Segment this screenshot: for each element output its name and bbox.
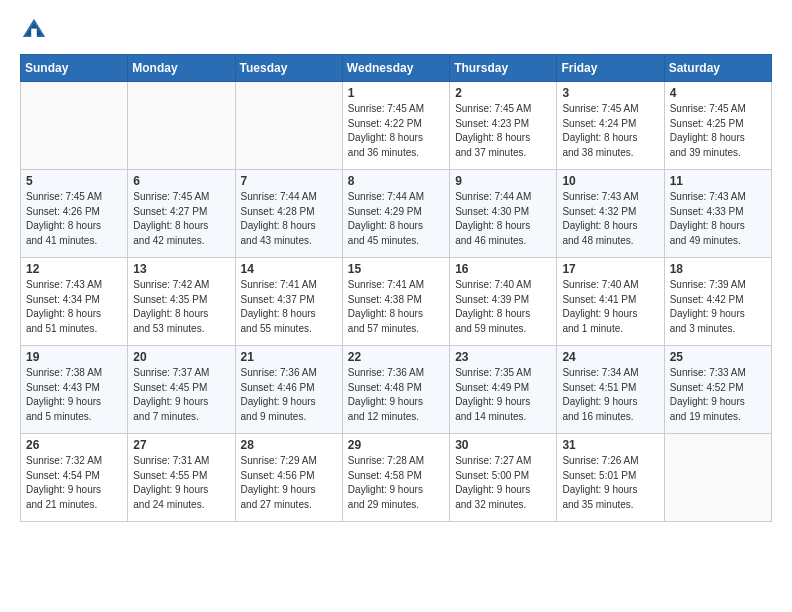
calendar-cell: 24Sunrise: 7:34 AM Sunset: 4:51 PM Dayli… (557, 346, 664, 434)
calendar-cell: 14Sunrise: 7:41 AM Sunset: 4:37 PM Dayli… (235, 258, 342, 346)
day-number: 29 (348, 438, 444, 452)
day-info: Sunrise: 7:36 AM Sunset: 4:48 PM Dayligh… (348, 366, 444, 424)
calendar: SundayMondayTuesdayWednesdayThursdayFrid… (20, 54, 772, 522)
day-number: 13 (133, 262, 229, 276)
calendar-cell: 4Sunrise: 7:45 AM Sunset: 4:25 PM Daylig… (664, 82, 771, 170)
day-info: Sunrise: 7:44 AM Sunset: 4:30 PM Dayligh… (455, 190, 551, 248)
calendar-cell: 11Sunrise: 7:43 AM Sunset: 4:33 PM Dayli… (664, 170, 771, 258)
day-number: 28 (241, 438, 337, 452)
day-number: 2 (455, 86, 551, 100)
day-number: 21 (241, 350, 337, 364)
day-number: 24 (562, 350, 658, 364)
calendar-cell (21, 82, 128, 170)
day-number: 6 (133, 174, 229, 188)
day-number: 25 (670, 350, 766, 364)
day-info: Sunrise: 7:43 AM Sunset: 4:34 PM Dayligh… (26, 278, 122, 336)
calendar-cell: 13Sunrise: 7:42 AM Sunset: 4:35 PM Dayli… (128, 258, 235, 346)
calendar-cell: 3Sunrise: 7:45 AM Sunset: 4:24 PM Daylig… (557, 82, 664, 170)
day-number: 5 (26, 174, 122, 188)
calendar-cell: 21Sunrise: 7:36 AM Sunset: 4:46 PM Dayli… (235, 346, 342, 434)
calendar-cell: 20Sunrise: 7:37 AM Sunset: 4:45 PM Dayli… (128, 346, 235, 434)
calendar-header-thursday: Thursday (450, 55, 557, 82)
day-info: Sunrise: 7:41 AM Sunset: 4:38 PM Dayligh… (348, 278, 444, 336)
day-number: 8 (348, 174, 444, 188)
day-info: Sunrise: 7:45 AM Sunset: 4:22 PM Dayligh… (348, 102, 444, 160)
day-info: Sunrise: 7:37 AM Sunset: 4:45 PM Dayligh… (133, 366, 229, 424)
week-row-2: 12Sunrise: 7:43 AM Sunset: 4:34 PM Dayli… (21, 258, 772, 346)
week-row-4: 26Sunrise: 7:32 AM Sunset: 4:54 PM Dayli… (21, 434, 772, 522)
calendar-cell: 25Sunrise: 7:33 AM Sunset: 4:52 PM Dayli… (664, 346, 771, 434)
day-info: Sunrise: 7:28 AM Sunset: 4:58 PM Dayligh… (348, 454, 444, 512)
day-info: Sunrise: 7:43 AM Sunset: 4:32 PM Dayligh… (562, 190, 658, 248)
day-info: Sunrise: 7:29 AM Sunset: 4:56 PM Dayligh… (241, 454, 337, 512)
calendar-cell: 28Sunrise: 7:29 AM Sunset: 4:56 PM Dayli… (235, 434, 342, 522)
calendar-header-tuesday: Tuesday (235, 55, 342, 82)
calendar-header-wednesday: Wednesday (342, 55, 449, 82)
day-number: 14 (241, 262, 337, 276)
week-row-0: 1Sunrise: 7:45 AM Sunset: 4:22 PM Daylig… (21, 82, 772, 170)
calendar-cell: 29Sunrise: 7:28 AM Sunset: 4:58 PM Dayli… (342, 434, 449, 522)
day-info: Sunrise: 7:41 AM Sunset: 4:37 PM Dayligh… (241, 278, 337, 336)
calendar-cell: 27Sunrise: 7:31 AM Sunset: 4:55 PM Dayli… (128, 434, 235, 522)
calendar-cell: 15Sunrise: 7:41 AM Sunset: 4:38 PM Dayli… (342, 258, 449, 346)
day-info: Sunrise: 7:44 AM Sunset: 4:29 PM Dayligh… (348, 190, 444, 248)
calendar-cell: 8Sunrise: 7:44 AM Sunset: 4:29 PM Daylig… (342, 170, 449, 258)
calendar-cell: 30Sunrise: 7:27 AM Sunset: 5:00 PM Dayli… (450, 434, 557, 522)
day-number: 7 (241, 174, 337, 188)
calendar-cell: 16Sunrise: 7:40 AM Sunset: 4:39 PM Dayli… (450, 258, 557, 346)
day-info: Sunrise: 7:27 AM Sunset: 5:00 PM Dayligh… (455, 454, 551, 512)
calendar-cell (664, 434, 771, 522)
day-number: 18 (670, 262, 766, 276)
day-number: 9 (455, 174, 551, 188)
day-number: 15 (348, 262, 444, 276)
day-number: 30 (455, 438, 551, 452)
calendar-cell (128, 82, 235, 170)
calendar-cell: 2Sunrise: 7:45 AM Sunset: 4:23 PM Daylig… (450, 82, 557, 170)
day-info: Sunrise: 7:42 AM Sunset: 4:35 PM Dayligh… (133, 278, 229, 336)
day-number: 11 (670, 174, 766, 188)
calendar-header-friday: Friday (557, 55, 664, 82)
day-info: Sunrise: 7:40 AM Sunset: 4:41 PM Dayligh… (562, 278, 658, 336)
calendar-header-saturday: Saturday (664, 55, 771, 82)
day-number: 3 (562, 86, 658, 100)
day-number: 26 (26, 438, 122, 452)
week-row-3: 19Sunrise: 7:38 AM Sunset: 4:43 PM Dayli… (21, 346, 772, 434)
calendar-cell: 9Sunrise: 7:44 AM Sunset: 4:30 PM Daylig… (450, 170, 557, 258)
day-info: Sunrise: 7:45 AM Sunset: 4:26 PM Dayligh… (26, 190, 122, 248)
day-number: 31 (562, 438, 658, 452)
day-number: 20 (133, 350, 229, 364)
calendar-cell: 5Sunrise: 7:45 AM Sunset: 4:26 PM Daylig… (21, 170, 128, 258)
day-number: 23 (455, 350, 551, 364)
page: SundayMondayTuesdayWednesdayThursdayFrid… (0, 0, 792, 542)
day-number: 22 (348, 350, 444, 364)
calendar-header-monday: Monday (128, 55, 235, 82)
day-info: Sunrise: 7:26 AM Sunset: 5:01 PM Dayligh… (562, 454, 658, 512)
week-row-1: 5Sunrise: 7:45 AM Sunset: 4:26 PM Daylig… (21, 170, 772, 258)
calendar-cell (235, 82, 342, 170)
calendar-cell: 10Sunrise: 7:43 AM Sunset: 4:32 PM Dayli… (557, 170, 664, 258)
calendar-cell: 7Sunrise: 7:44 AM Sunset: 4:28 PM Daylig… (235, 170, 342, 258)
day-info: Sunrise: 7:34 AM Sunset: 4:51 PM Dayligh… (562, 366, 658, 424)
calendar-cell: 18Sunrise: 7:39 AM Sunset: 4:42 PM Dayli… (664, 258, 771, 346)
day-number: 19 (26, 350, 122, 364)
calendar-header-row: SundayMondayTuesdayWednesdayThursdayFrid… (21, 55, 772, 82)
day-number: 17 (562, 262, 658, 276)
day-info: Sunrise: 7:45 AM Sunset: 4:24 PM Dayligh… (562, 102, 658, 160)
day-info: Sunrise: 7:40 AM Sunset: 4:39 PM Dayligh… (455, 278, 551, 336)
day-info: Sunrise: 7:45 AM Sunset: 4:25 PM Dayligh… (670, 102, 766, 160)
day-number: 12 (26, 262, 122, 276)
day-info: Sunrise: 7:45 AM Sunset: 4:27 PM Dayligh… (133, 190, 229, 248)
day-info: Sunrise: 7:33 AM Sunset: 4:52 PM Dayligh… (670, 366, 766, 424)
logo-icon (20, 16, 48, 44)
day-number: 1 (348, 86, 444, 100)
day-info: Sunrise: 7:44 AM Sunset: 4:28 PM Dayligh… (241, 190, 337, 248)
day-info: Sunrise: 7:35 AM Sunset: 4:49 PM Dayligh… (455, 366, 551, 424)
day-info: Sunrise: 7:45 AM Sunset: 4:23 PM Dayligh… (455, 102, 551, 160)
day-info: Sunrise: 7:39 AM Sunset: 4:42 PM Dayligh… (670, 278, 766, 336)
day-number: 10 (562, 174, 658, 188)
calendar-cell: 26Sunrise: 7:32 AM Sunset: 4:54 PM Dayli… (21, 434, 128, 522)
header (20, 16, 772, 44)
day-number: 16 (455, 262, 551, 276)
calendar-cell: 31Sunrise: 7:26 AM Sunset: 5:01 PM Dayli… (557, 434, 664, 522)
calendar-cell: 19Sunrise: 7:38 AM Sunset: 4:43 PM Dayli… (21, 346, 128, 434)
